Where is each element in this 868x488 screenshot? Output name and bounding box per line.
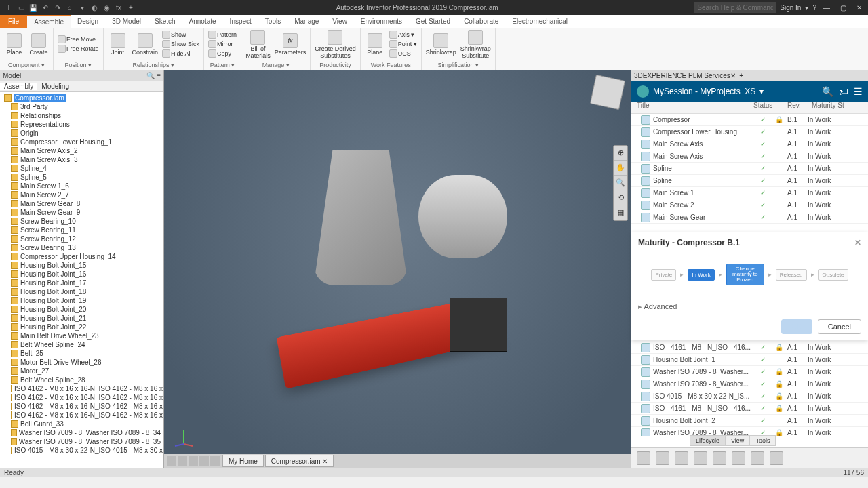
view-cube[interactable] xyxy=(590,75,625,110)
create-derived-button[interactable]: Create Derived Substitutes xyxy=(315,30,356,59)
ribbon-tab-manage[interactable]: Manage xyxy=(288,15,326,28)
create-button[interactable]: Create xyxy=(28,33,49,56)
tree-node[interactable]: Screw Bearing_10 xyxy=(0,217,163,226)
mirror-button[interactable]: Mirror xyxy=(208,40,237,49)
ribbon-tab-get-started[interactable]: Get Started xyxy=(409,15,457,28)
plm-row[interactable]: Compressor✓🔒B.1In Work xyxy=(631,114,868,126)
plm-tool-icon[interactable] xyxy=(713,451,726,465)
state-frozen[interactable]: Change maturity to Frozen xyxy=(726,264,764,285)
shrinkwrap-sub-button[interactable]: Shrinkwrap Substitute xyxy=(460,30,491,59)
tree-node[interactable]: Spline_4 xyxy=(0,164,163,173)
parameters-button[interactable]: fxParameters xyxy=(275,33,307,56)
ribbon-tab-inspect[interactable]: Inspect xyxy=(223,15,258,28)
vt-icon[interactable] xyxy=(178,456,187,466)
tree-node[interactable]: Housing Bolt Joint_17 xyxy=(0,279,163,287)
nav-orbit-icon[interactable]: ⟲ xyxy=(614,190,627,205)
copy-button[interactable]: Copy xyxy=(208,49,237,58)
tree-node[interactable]: Main Screw 1_6 xyxy=(0,182,163,190)
tree-node[interactable]: ISO 4162 - M8 x 16 x 16-N_ISO 4162 - M8 … xyxy=(0,402,163,411)
subtab-lifecycle[interactable]: Lifecycle xyxy=(690,436,726,445)
session-label[interactable]: MySession - MyProjects_XS xyxy=(653,87,755,96)
material-icon[interactable]: ◐ xyxy=(90,3,99,12)
dropdown-icon[interactable]: ▾ xyxy=(805,4,808,12)
signin-link[interactable]: Sign In xyxy=(780,4,801,12)
nav-zoom-icon[interactable]: 🔍 xyxy=(614,176,627,190)
plane-button[interactable]: Plane xyxy=(365,33,385,56)
ribbon-tab-electromechanical[interactable]: Electromechanical xyxy=(505,15,574,28)
browser-tab-assembly[interactable]: Assembly xyxy=(0,83,37,90)
tree-node[interactable]: Bell Guard_33 xyxy=(0,420,163,428)
ribbon-tab-tools[interactable]: Tools xyxy=(258,15,288,28)
tree-node[interactable]: Housing Bolt Joint_19 xyxy=(0,296,163,305)
nav-pan-icon[interactable]: ✋ xyxy=(614,161,627,176)
cancel-button[interactable]: Cancel xyxy=(818,319,861,334)
hide-all-button[interactable]: Hide All xyxy=(162,49,199,58)
state-private[interactable]: Private xyxy=(651,269,676,281)
tree-node[interactable]: Washer ISO 7089 - 8_Washer ISO 7089 - 8_… xyxy=(0,437,163,446)
joint-button[interactable]: Joint xyxy=(108,33,128,56)
free-move-button[interactable]: Free Move xyxy=(58,35,99,44)
state-released[interactable]: Released xyxy=(776,269,807,281)
ribbon-tab-view[interactable]: View xyxy=(326,15,354,28)
tree-node[interactable]: Main Screw 2_7 xyxy=(0,190,163,199)
ribbon-tab-design[interactable]: Design xyxy=(71,15,105,28)
plm-tool-icon[interactable] xyxy=(732,451,745,465)
vt-icon[interactable] xyxy=(167,456,176,466)
tree-node[interactable]: Main Screw Gear_8 xyxy=(0,199,163,208)
col-maturity[interactable]: Maturity St xyxy=(812,102,868,113)
tree-node[interactable]: Belt_25 xyxy=(0,349,163,358)
tree-node[interactable]: ISO 4162 - M8 x 16 x 16-N_ISO 4162 - M8 … xyxy=(0,384,163,393)
tree-node[interactable]: Motor_27 xyxy=(0,367,163,375)
plm-row[interactable]: Washer ISO 7089 - 8_Washer...✓🔒A.1In Wor… xyxy=(631,366,868,378)
help-search-input[interactable] xyxy=(694,2,776,13)
tree-node[interactable]: Relationships xyxy=(0,111,163,120)
tree-node[interactable]: Housing Bolt Joint_18 xyxy=(0,287,163,296)
constrain-button[interactable]: Constrain xyxy=(132,33,159,56)
col-status[interactable]: Status xyxy=(753,102,787,113)
plm-row[interactable]: Main Screw Axis✓A.1In Work xyxy=(631,150,868,163)
browser-search-icon[interactable]: 🔍 ≡ xyxy=(146,72,161,79)
vt-icon[interactable] xyxy=(199,456,209,466)
tree-node[interactable]: ISO 4162 - M8 x 16 x 16-N_ISO 4162 - M8 … xyxy=(0,411,163,420)
plm-tab-label[interactable]: 3DEXPERIENCE PLM Services xyxy=(634,72,730,79)
plm-row[interactable]: Main Screw Axis✓A.1In Work xyxy=(631,138,868,150)
ribbon-tab-3d-model[interactable]: 3D Model xyxy=(105,15,148,28)
plm-tool-icon[interactable] xyxy=(675,451,688,465)
close-button[interactable]: ✕ xyxy=(853,4,865,12)
vt-icon[interactable] xyxy=(210,456,220,466)
ribbon-tab-assemble[interactable]: Assemble xyxy=(27,15,71,28)
tree-root[interactable]: Compressor.iam xyxy=(0,94,163,102)
redo-icon[interactable]: ↷ xyxy=(53,3,62,12)
fx-icon[interactable]: fx xyxy=(114,3,123,12)
plus-icon[interactable]: + xyxy=(126,3,136,12)
tree-node[interactable]: Housing Bolt Joint_22 xyxy=(0,323,163,331)
nav-lookat-icon[interactable]: ▦ xyxy=(614,205,627,220)
tree-node[interactable]: Spline_5 xyxy=(0,173,163,182)
plm-row[interactable]: Compressor Lower Housing✓A.1In Work xyxy=(631,126,868,138)
tree-node[interactable]: Main Screw Axis_3 xyxy=(0,155,163,164)
plm-row[interactable]: Main Screw 2✓A.1In Work xyxy=(631,199,868,211)
ok-button[interactable]: OK xyxy=(781,319,812,334)
show-sick-button[interactable]: Show Sick xyxy=(162,40,199,49)
open-icon[interactable]: ▭ xyxy=(16,3,26,12)
tree-node[interactable]: Main Screw Axis_2 xyxy=(0,146,163,155)
vt-icon[interactable] xyxy=(189,456,198,466)
ribbon-tab-annotate[interactable]: Annotate xyxy=(182,15,223,28)
browser-tab-modeling[interactable]: Modeling xyxy=(37,83,73,90)
plm-search-icon[interactable]: 🔍 xyxy=(822,86,833,97)
select-icon[interactable]: ▾ xyxy=(77,3,87,12)
point-button[interactable]: Point ▾ xyxy=(389,40,417,49)
minimize-button[interactable]: — xyxy=(821,4,833,12)
bom-button[interactable]: Bill of Materials xyxy=(245,30,271,59)
appearance-icon[interactable]: ◉ xyxy=(102,3,111,12)
plm-row[interactable]: Housing Bolt Joint_1✓A.1In Work xyxy=(631,354,868,366)
plm-row[interactable]: Spline✓A.1In Work xyxy=(631,175,868,187)
tree-node[interactable]: Screw Bearing_12 xyxy=(0,235,163,243)
tree-node[interactable]: Screw Bearing_13 xyxy=(0,243,163,252)
plm-tool-icon[interactable] xyxy=(637,451,650,465)
ribbon-tab-environments[interactable]: Environments xyxy=(354,15,409,28)
tree-node[interactable]: Housing Bolt Joint_21 xyxy=(0,314,163,323)
tree-node[interactable]: Housing Bolt Joint_20 xyxy=(0,305,163,314)
maturity-close-icon[interactable]: ✕ xyxy=(854,238,861,247)
nav-steering-icon[interactable]: ⊕ xyxy=(614,146,627,161)
